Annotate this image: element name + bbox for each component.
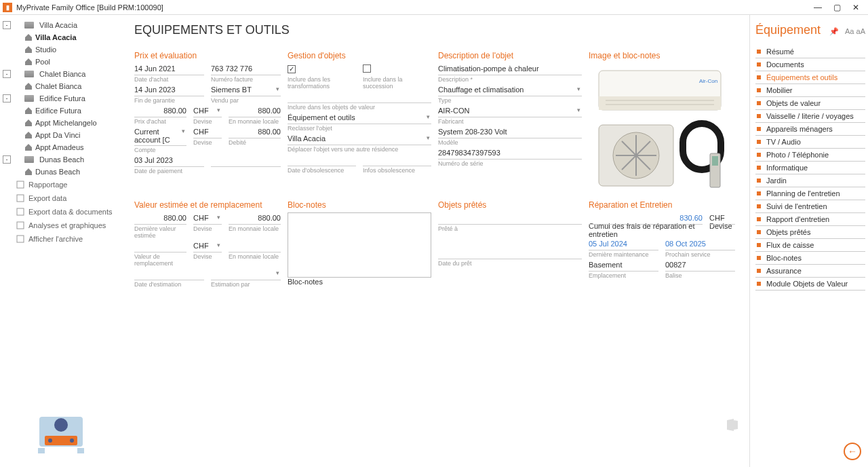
rightpanel-item-appareils-m-nagers[interactable]: Appareils ménagers (755, 123, 865, 136)
tree-node-studio[interactable]: Studio (0, 43, 122, 56)
notes-textarea[interactable] (288, 212, 431, 278)
rightpanel-item-vaisselle-literie-voyages[interactable]: Vaisselle / literie / voyages (755, 110, 865, 123)
debite-value[interactable]: 880.00 (229, 126, 281, 138)
tree-label: Villa Acacia (35, 33, 77, 41)
devise4-select[interactable]: CHF (193, 240, 222, 253)
emplacement-value[interactable]: Basement (589, 259, 658, 272)
fin-garantie-value[interactable]: 14 Jun 2023 (134, 84, 204, 96)
rightpanel-item-objets-de-valeur[interactable]: Objets de valeur (755, 97, 865, 110)
maximize-button[interactable]: ▢ (827, 3, 846, 12)
close-button[interactable]: ✕ (846, 3, 865, 12)
date-obso-value[interactable] (288, 154, 356, 166)
tree-node-dunas-beach[interactable]: Dunas Beach (0, 166, 122, 178)
compte-select[interactable]: Current account [C (134, 126, 186, 146)
rightpanel-item-informatique[interactable]: Informatique (755, 162, 865, 174)
sidebar-action-afficher-l-archive[interactable]: Afficher l'archive (0, 232, 122, 246)
tree-node-chalet-bianca[interactable]: Chalet Bianca (0, 80, 122, 92)
home-icon (24, 131, 33, 139)
rightpanel-item--quipements-et-outils[interactable]: Équipements et outils (755, 71, 865, 84)
rp-label: Informatique (766, 164, 808, 172)
tree-node-appt-da-vinci[interactable]: Appt Da Vinci (0, 129, 122, 141)
svg-point-27 (70, 438, 74, 443)
deplacer-select[interactable]: Villa Acacia (288, 133, 431, 145)
pin-icon[interactable]: 📌 (829, 27, 839, 35)
tree-node-chalet-bianca[interactable]: -Chalet Bianca (0, 68, 122, 80)
balise-value[interactable]: 00827 (665, 259, 735, 272)
tree-node-villa-acacia[interactable]: -Villa Acacia (0, 19, 122, 31)
rightpanel-item-jardin[interactable]: Jardin (755, 174, 865, 187)
back-button[interactable]: ← (844, 443, 861, 460)
num-facture-value[interactable]: 763 732 776 (211, 63, 281, 75)
valeur-est-value[interactable]: 880.00 (134, 212, 186, 225)
date-paiement-value[interactable]: 03 Jul 2023 (134, 155, 204, 167)
rightpanel-item-photo-t-l-phonie[interactable]: Photo / Téléphonie (755, 149, 865, 162)
devise3-select[interactable]: CHF (193, 212, 222, 225)
sidebar-action-analyses-et-graphiques[interactable]: Analyses et graphiques (0, 219, 122, 232)
prete-a-value[interactable] (438, 212, 582, 225)
proch-serv-value[interactable]: 08 Oct 2025 (665, 238, 735, 250)
sidebar-action-export-data-documents[interactable]: Export data & documents (0, 205, 122, 219)
minimize-button[interactable]: — (808, 3, 827, 12)
date-est-value[interactable] (134, 268, 204, 280)
rightpanel-item-rapport-d-entretien[interactable]: Rapport d'entretien (755, 213, 865, 226)
fabricant-select[interactable]: AIR-CON (438, 105, 582, 117)
rightpanel-item-module-objets-de-valeur[interactable]: Module Objets de Valeur (755, 278, 865, 291)
rp-label: Photo / Téléphonie (766, 151, 829, 159)
bullet-icon (757, 50, 761, 54)
rightpanel-item-tv-audio[interactable]: TV / Audio (755, 136, 865, 149)
tree-node-appt-amadeus[interactable]: Appt Amadeus (0, 141, 122, 153)
rightpanel-item-flux-de-caisse[interactable]: Flux de caisse (755, 239, 865, 252)
description-value[interactable]: Climatisation-pompe à chaleur (438, 63, 582, 75)
tree-toggle-icon[interactable]: - (3, 155, 11, 164)
inc-succ-check[interactable] (363, 64, 371, 73)
tree-toggle-icon[interactable]: - (3, 94, 11, 102)
svg-text:Air-Con: Air-Con (699, 78, 717, 84)
inc-transf-check[interactable]: ✓ (288, 65, 296, 73)
date-pret-value[interactable] (438, 247, 582, 259)
text-size-toggle[interactable]: Aa aA (845, 27, 865, 35)
tree-node-appt-michelangelo[interactable]: Appt Michelangelo (0, 117, 122, 129)
rightpanel-item-r-sum-[interactable]: Résumé (755, 45, 865, 58)
modele-value[interactable]: System 208-230 Volt (438, 126, 582, 138)
doc-icon (16, 181, 24, 189)
dern-maint-value[interactable]: 05 Jul 2024 (589, 238, 658, 250)
rightpanel-item-bloc-notes[interactable]: Bloc-notes (755, 252, 865, 265)
folder-icon (24, 156, 34, 163)
sidebar-action-export-data[interactable]: Export data (0, 191, 122, 205)
est-par-select[interactable] (211, 268, 281, 280)
rightpanel-item-documents[interactable]: Documents (755, 58, 865, 71)
rp-label: Vaisselle / literie / voyages (766, 112, 854, 120)
tree-node-villa-acacia[interactable]: Villa Acacia (0, 31, 122, 43)
rp-label: Planning de l'entretien (766, 189, 840, 198)
rightpanel-item-assurance[interactable]: Assurance (755, 265, 865, 278)
tree-node-pool[interactable]: Pool (0, 56, 122, 68)
prix-achat-value[interactable]: 880.00 (134, 105, 186, 117)
type-select[interactable]: Chauffage et climatisation (438, 84, 582, 96)
reclasser-select[interactable]: Équipement et outils (288, 112, 431, 124)
tree-node-dunas-beach[interactable]: -Dunas Beach (0, 153, 122, 166)
cumul-value[interactable]: 830.60 (589, 212, 703, 225)
rightpanel-item-mobilier[interactable]: Mobilier (755, 84, 865, 97)
numserie-value[interactable]: 284798347397593 (438, 147, 582, 160)
tree-toggle-icon[interactable]: - (3, 21, 11, 29)
devise1-select[interactable]: CHF (193, 105, 222, 117)
folder-icon (24, 71, 34, 77)
infos-obso-value[interactable] (363, 154, 431, 166)
valeur-rempl-value[interactable] (134, 240, 186, 253)
inc-objval-value[interactable] (288, 91, 431, 103)
devise2-label: Devise (193, 139, 222, 146)
chart-icon (16, 221, 24, 229)
date-achat-value[interactable]: 14 Jun 2021 (134, 63, 204, 75)
equipment-image[interactable]: Air-Con (589, 63, 731, 192)
sidebar-action-rapportage[interactable]: Rapportage (0, 178, 122, 191)
section-valeur: Valeur estimée et de remplacement (134, 198, 281, 212)
tree-node-edifice-futura[interactable]: -Edifice Futura (0, 92, 122, 105)
tree-toggle-icon[interactable]: - (3, 70, 11, 78)
section-desc: Description de l'objet (438, 48, 582, 63)
rightpanel-item-suivi-de-l-entretien[interactable]: Suivi de l'entretien (755, 200, 865, 213)
tree-node-edifice-futura[interactable]: Edifice Futura (0, 105, 122, 117)
rightpanel-item-objets-pr-t-s[interactable]: Objets prêtés (755, 226, 865, 239)
vendu-par-select[interactable]: Siemens BT (211, 84, 281, 96)
rightpanel-item-planning-de-l-entretien[interactable]: Planning de l'entretien (755, 187, 865, 200)
home-icon (24, 58, 33, 66)
